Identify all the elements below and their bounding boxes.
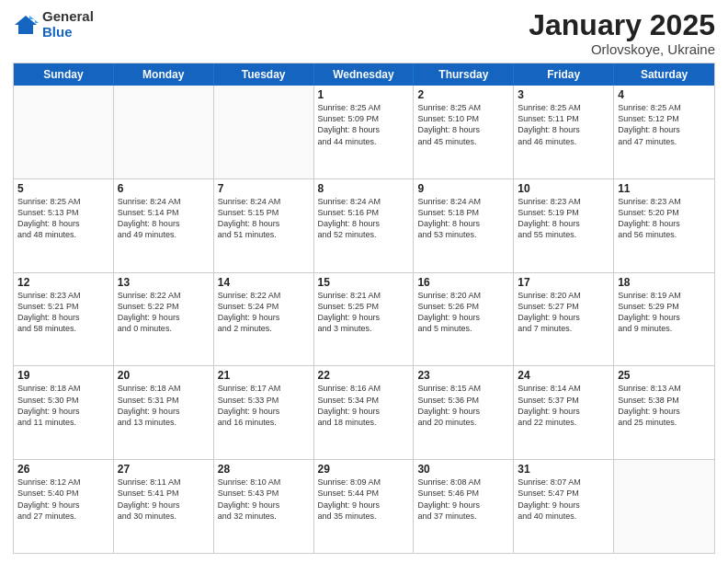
day-cell-empty-4-6 [614,460,714,553]
day-info: Sunrise: 8:16 AM Sunset: 5:34 PM Dayligh… [318,383,410,428]
day-number: 21 [218,369,310,382]
day-number: 7 [218,182,310,195]
day-cell-17: 17Sunrise: 8:20 AM Sunset: 5:27 PM Dayli… [514,273,614,366]
day-info: Sunrise: 8:13 AM Sunset: 5:38 PM Dayligh… [618,383,711,428]
day-cell-8: 8Sunrise: 8:24 AM Sunset: 5:16 PM Daylig… [314,179,415,272]
day-number: 26 [17,463,109,476]
header-day-sunday: Sunday [14,63,114,86]
day-info: Sunrise: 8:22 AM Sunset: 5:22 PM Dayligh… [118,290,210,335]
day-number: 13 [118,276,210,289]
header-day-wednesday: Wednesday [314,63,415,86]
day-cell-6: 6Sunrise: 8:24 AM Sunset: 5:14 PM Daylig… [114,179,214,272]
day-cell-22: 22Sunrise: 8:16 AM Sunset: 5:34 PM Dayli… [314,366,415,459]
day-number: 19 [17,369,109,382]
day-cell-15: 15Sunrise: 8:21 AM Sunset: 5:25 PM Dayli… [314,273,415,366]
day-number: 17 [518,276,609,289]
calendar-body: 1Sunrise: 8:25 AM Sunset: 5:09 PM Daylig… [14,86,714,553]
day-cell-3: 3Sunrise: 8:25 AM Sunset: 5:11 PM Daylig… [514,86,614,178]
header-day-friday: Friday [514,63,614,86]
day-number: 12 [17,276,109,289]
day-number: 20 [118,369,210,382]
day-cell-19: 19Sunrise: 8:18 AM Sunset: 5:30 PM Dayli… [14,366,114,459]
day-number: 5 [17,182,109,195]
day-cell-26: 26Sunrise: 8:12 AM Sunset: 5:40 PM Dayli… [14,460,114,553]
day-info: Sunrise: 8:12 AM Sunset: 5:40 PM Dayligh… [17,477,109,522]
day-cell-20: 20Sunrise: 8:18 AM Sunset: 5:31 PM Dayli… [114,366,214,459]
calendar-row-2: 12Sunrise: 8:23 AM Sunset: 5:21 PM Dayli… [14,273,714,367]
day-cell-29: 29Sunrise: 8:09 AM Sunset: 5:44 PM Dayli… [314,460,415,553]
calendar-header: SundayMondayTuesdayWednesdayThursdayFrid… [14,63,714,86]
day-number: 1 [318,88,410,101]
day-info: Sunrise: 8:18 AM Sunset: 5:30 PM Dayligh… [17,383,109,428]
day-info: Sunrise: 8:19 AM Sunset: 5:29 PM Dayligh… [618,290,711,335]
day-info: Sunrise: 8:23 AM Sunset: 5:20 PM Dayligh… [618,196,711,241]
logo-general-text: General [42,9,94,25]
header-day-saturday: Saturday [614,63,714,86]
day-number: 23 [417,369,509,382]
day-info: Sunrise: 8:25 AM Sunset: 5:13 PM Dayligh… [17,196,109,241]
day-cell-24: 24Sunrise: 8:14 AM Sunset: 5:37 PM Dayli… [514,366,614,459]
day-info: Sunrise: 8:20 AM Sunset: 5:26 PM Dayligh… [417,290,509,335]
header-day-thursday: Thursday [414,63,514,86]
header: General Blue January 2025 Orlovskoye, Uk… [13,9,715,57]
day-cell-16: 16Sunrise: 8:20 AM Sunset: 5:26 PM Dayli… [414,273,514,366]
logo-icon [13,12,39,38]
day-cell-11: 11Sunrise: 8:23 AM Sunset: 5:20 PM Dayli… [614,179,714,272]
day-cell-9: 9Sunrise: 8:24 AM Sunset: 5:18 PM Daylig… [414,179,514,272]
day-cell-empty-0-2 [214,86,314,178]
day-info: Sunrise: 8:09 AM Sunset: 5:44 PM Dayligh… [318,477,410,522]
day-info: Sunrise: 8:10 AM Sunset: 5:43 PM Dayligh… [218,477,310,522]
day-cell-7: 7Sunrise: 8:24 AM Sunset: 5:15 PM Daylig… [214,179,314,272]
day-info: Sunrise: 8:11 AM Sunset: 5:41 PM Dayligh… [118,477,210,522]
day-number: 29 [318,463,410,476]
day-number: 31 [518,463,609,476]
calendar-row-3: 19Sunrise: 8:18 AM Sunset: 5:30 PM Dayli… [14,366,714,460]
day-info: Sunrise: 8:14 AM Sunset: 5:37 PM Dayligh… [518,383,609,428]
day-cell-12: 12Sunrise: 8:23 AM Sunset: 5:21 PM Dayli… [14,273,114,366]
day-cell-21: 21Sunrise: 8:17 AM Sunset: 5:33 PM Dayli… [214,366,314,459]
day-cell-2: 2Sunrise: 8:25 AM Sunset: 5:10 PM Daylig… [414,86,514,178]
day-number: 24 [518,369,609,382]
day-cell-14: 14Sunrise: 8:22 AM Sunset: 5:24 PM Dayli… [214,273,314,366]
day-cell-10: 10Sunrise: 8:23 AM Sunset: 5:19 PM Dayli… [514,179,614,272]
location-subtitle: Orlovskoye, Ukraine [529,41,715,57]
day-cell-empty-0-1 [114,86,214,178]
page: General Blue January 2025 Orlovskoye, Uk… [0,0,728,563]
day-info: Sunrise: 8:21 AM Sunset: 5:25 PM Dayligh… [318,290,410,335]
day-number: 4 [618,88,711,101]
day-info: Sunrise: 8:20 AM Sunset: 5:27 PM Dayligh… [518,290,609,335]
day-info: Sunrise: 8:24 AM Sunset: 5:16 PM Dayligh… [318,196,410,241]
day-number: 18 [618,276,711,289]
day-number: 25 [618,369,711,382]
day-info: Sunrise: 8:25 AM Sunset: 5:09 PM Dayligh… [318,102,410,147]
calendar-row-4: 26Sunrise: 8:12 AM Sunset: 5:40 PM Dayli… [14,460,714,553]
day-number: 2 [417,88,509,101]
day-info: Sunrise: 8:18 AM Sunset: 5:31 PM Dayligh… [118,383,210,428]
day-number: 11 [618,182,711,195]
day-number: 3 [518,88,609,101]
day-info: Sunrise: 8:08 AM Sunset: 5:46 PM Dayligh… [417,477,509,522]
day-cell-18: 18Sunrise: 8:19 AM Sunset: 5:29 PM Dayli… [614,273,714,366]
day-number: 9 [417,182,509,195]
day-cell-23: 23Sunrise: 8:15 AM Sunset: 5:36 PM Dayli… [414,366,514,459]
day-cell-31: 31Sunrise: 8:07 AM Sunset: 5:47 PM Dayli… [514,460,614,553]
day-number: 30 [417,463,509,476]
day-number: 14 [218,276,310,289]
day-number: 8 [318,182,410,195]
day-info: Sunrise: 8:24 AM Sunset: 5:14 PM Dayligh… [118,196,210,241]
day-info: Sunrise: 8:15 AM Sunset: 5:36 PM Dayligh… [417,383,509,428]
day-info: Sunrise: 8:17 AM Sunset: 5:33 PM Dayligh… [218,383,310,428]
day-info: Sunrise: 8:07 AM Sunset: 5:47 PM Dayligh… [518,477,609,522]
day-number: 28 [218,463,310,476]
logo-text: General Blue [42,9,94,40]
day-info: Sunrise: 8:23 AM Sunset: 5:19 PM Dayligh… [518,196,609,241]
day-cell-4: 4Sunrise: 8:25 AM Sunset: 5:12 PM Daylig… [614,86,714,178]
day-number: 15 [318,276,410,289]
svg-marker-0 [15,16,37,34]
day-cell-1: 1Sunrise: 8:25 AM Sunset: 5:09 PM Daylig… [314,86,415,178]
day-number: 6 [118,182,210,195]
calendar-row-0: 1Sunrise: 8:25 AM Sunset: 5:09 PM Daylig… [14,86,714,179]
day-cell-13: 13Sunrise: 8:22 AM Sunset: 5:22 PM Dayli… [114,273,214,366]
day-number: 10 [518,182,609,195]
day-info: Sunrise: 8:22 AM Sunset: 5:24 PM Dayligh… [218,290,310,335]
